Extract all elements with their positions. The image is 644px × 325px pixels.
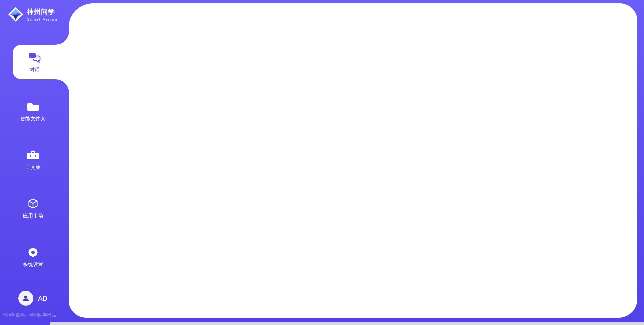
toolbox-icon bbox=[26, 149, 39, 161]
brand: 神州问学 Smart Vision bbox=[8, 7, 58, 22]
sidebar-item-app-market[interactable]: 应用市场 bbox=[0, 197, 66, 219]
brand-subtitle: Smart Vision bbox=[27, 17, 58, 21]
sidebar: 神州问学 Smart Vision 智能文件夹 工具集 bbox=[0, 0, 69, 325]
sidebar-item-label: 工具集 bbox=[25, 164, 41, 171]
sidebar-item-settings[interactable]: 系统设置 bbox=[0, 246, 66, 268]
sidebar-item-toolset[interactable]: 工具集 bbox=[0, 149, 66, 171]
user-account[interactable]: AD bbox=[0, 291, 66, 306]
main-content-panel bbox=[69, 3, 637, 318]
avatar bbox=[18, 291, 33, 306]
user-name: AD bbox=[38, 295, 47, 302]
gem-diamond-icon bbox=[8, 7, 23, 22]
sidebar-item-label: 应用市场 bbox=[23, 213, 43, 219]
app-background: 对话 神州问学 Smart Vision bbox=[0, 0, 644, 325]
sidebar-item-label: 智能文件夹 bbox=[20, 116, 46, 122]
sidebar-item-smart-folder[interactable]: 智能文件夹 bbox=[0, 100, 66, 122]
cube-icon bbox=[26, 197, 39, 210]
person-icon bbox=[22, 294, 30, 302]
window-bottom-strip bbox=[50, 322, 644, 325]
sidebar-item-label: 系统设置 bbox=[23, 261, 43, 268]
gear-icon bbox=[26, 246, 39, 259]
brand-title: 神州问学 bbox=[27, 7, 58, 16]
copyright-text: ©神州数码 · 神州问学出品 bbox=[3, 312, 56, 318]
folder-icon bbox=[26, 100, 39, 113]
